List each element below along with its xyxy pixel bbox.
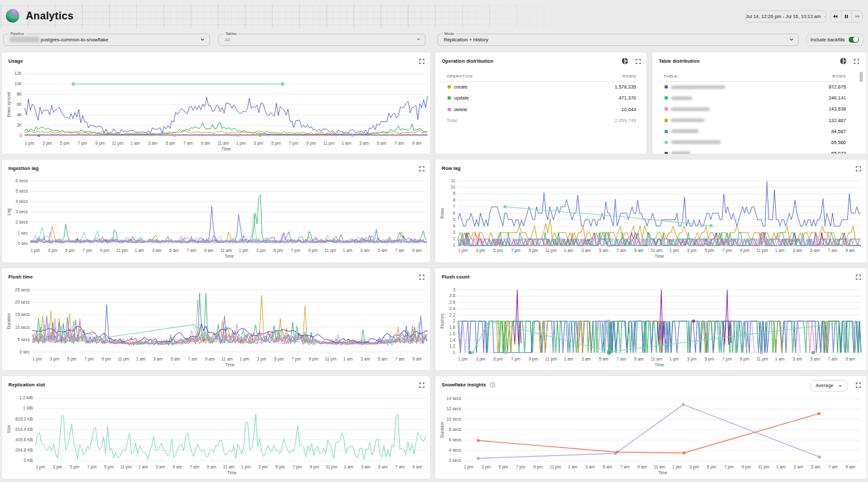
svg-text:3 am: 3 am [792, 248, 802, 253]
svg-text:5 pm: 5 pm [271, 140, 281, 145]
svg-text:1 sec: 1 sec [17, 231, 28, 235]
svg-text:5 secs: 5 secs [17, 337, 30, 341]
svg-text:11 pm: 11 pm [326, 465, 337, 470]
svg-text:3 pm: 3 pm [258, 465, 268, 470]
svg-text:1 am: 1 am [134, 248, 144, 253]
svg-text:11 pm: 11 pm [758, 465, 769, 470]
svg-text:3 am: 3 am [792, 356, 802, 361]
svg-text:9 pm: 9 pm [101, 356, 111, 361]
svg-text:7 pm: 7 pm [84, 356, 94, 361]
svg-text:1 am: 1 am [775, 356, 785, 361]
svg-text:11 pm: 11 pm [324, 248, 336, 253]
svg-text:3 pm: 3 pm [48, 248, 57, 253]
svg-text:5 pm: 5 pm [70, 465, 79, 470]
svg-text:1 am: 1 am [775, 248, 785, 253]
svg-text:Time: Time [222, 147, 231, 151]
svg-text:3: 3 [453, 230, 455, 235]
svg-text:7 pm: 7 pm [724, 465, 734, 470]
svg-text:1 pm: 1 pm [464, 465, 473, 470]
svg-text:7 am: 7 am [620, 465, 630, 469]
svg-text:9 am: 9 am [204, 248, 214, 253]
svg-text:2K: 2K [17, 123, 23, 127]
svg-text:9 pm: 9 pm [741, 465, 751, 470]
svg-text:1 MB: 1 MB [23, 406, 34, 410]
svg-text:0 KB: 0 KB [24, 458, 34, 463]
svg-text:5 pm: 5 pm [705, 356, 714, 361]
svg-text:Rows synced: Rows synced [6, 92, 12, 118]
svg-text:5 am: 5 am [811, 356, 820, 361]
svg-text:3 am: 3 am [148, 140, 158, 145]
svg-text:Time: Time [225, 254, 234, 258]
svg-text:1 pm: 1 pm [236, 140, 245, 145]
svg-text:5 pm: 5 pm [273, 248, 283, 253]
svg-text:1 am: 1 am [343, 248, 353, 253]
svg-text:5 pm: 5 pm [275, 465, 285, 470]
svg-text:7 am: 7 am [617, 356, 626, 361]
svg-text:9 am: 9 am [634, 248, 644, 253]
svg-text:9 am: 9 am [412, 356, 422, 361]
svg-text:2: 2 [453, 319, 455, 323]
svg-text:3 pm: 3 pm [257, 356, 267, 361]
svg-text:5 secs: 5 secs [16, 189, 28, 193]
svg-text:1.4: 1.4 [450, 337, 455, 342]
svg-text:1 am: 1 am [564, 356, 574, 361]
svg-text:7 am: 7 am [395, 465, 405, 469]
svg-text:1 pm: 1 pm [30, 248, 40, 253]
svg-text:9 am: 9 am [412, 140, 422, 145]
svg-text:9 am: 9 am [845, 248, 855, 253]
svg-text:11 pm: 11 pm [550, 465, 561, 470]
svg-text:9 am: 9 am [205, 356, 215, 361]
svg-text:3 pm: 3 pm [481, 465, 491, 470]
svg-text:5 pm: 5 pm [65, 248, 75, 253]
svg-text:11 pm: 11 pm [325, 356, 336, 361]
svg-text:9 pm: 9 pm [528, 248, 538, 253]
svg-text:7 am: 7 am [187, 248, 196, 253]
svg-text:9 pm: 9 pm [309, 356, 318, 361]
svg-text:1 am: 1 am [130, 140, 140, 145]
svg-text:5 am: 5 am [378, 465, 388, 469]
svg-text:3 pm: 3 pm [687, 248, 697, 253]
svg-text:11 am: 11 am [651, 248, 663, 253]
svg-text:1 pm: 1 pm [240, 356, 249, 361]
svg-text:1.2: 1.2 [450, 344, 455, 348]
svg-text:11 pm: 11 pm [545, 248, 557, 253]
svg-text:3 am: 3 am [360, 248, 370, 253]
svg-text:3 am: 3 am [152, 248, 161, 253]
svg-text:1 am: 1 am [342, 140, 351, 145]
svg-text:0 sec: 0 sec [19, 350, 30, 354]
svg-text:Rows: Rows [440, 207, 444, 218]
svg-text:1 am: 1 am [564, 248, 574, 253]
svg-text:9 am: 9 am [412, 248, 422, 253]
svg-text:0 sec: 0 sec [17, 241, 28, 246]
svg-text:1 am: 1 am [568, 465, 577, 469]
svg-text:11 pm: 11 pm [756, 248, 768, 253]
svg-text:2.4: 2.4 [450, 306, 455, 310]
svg-text:3 pm: 3 pm [254, 140, 264, 145]
svg-text:3 am: 3 am [581, 356, 591, 361]
svg-text:2.8: 2.8 [450, 293, 455, 298]
svg-text:5 am: 5 am [377, 140, 387, 145]
svg-text:2.2: 2.2 [450, 312, 455, 317]
svg-text:5 pm: 5 pm [707, 465, 716, 470]
svg-text:20 secs: 20 secs [15, 300, 30, 304]
svg-text:11 am: 11 am [654, 465, 665, 469]
svg-text:8: 8 [453, 198, 455, 202]
svg-text:5 pm: 5 pm [493, 248, 503, 253]
svg-text:10 secs: 10 secs [15, 324, 30, 329]
svg-text:1 pm: 1 pm [36, 465, 45, 470]
svg-text:7 pm: 7 pm [291, 356, 301, 361]
svg-text:7 pm: 7 pm [722, 248, 732, 253]
svg-text:5 pm: 5 pm [67, 356, 77, 361]
svg-text:9 pm: 9 pm [309, 465, 319, 470]
svg-text:9 pm: 9 pm [308, 248, 318, 253]
svg-text:5 pm: 5 pm [60, 140, 70, 145]
svg-text:5 am: 5 am [811, 248, 820, 253]
svg-text:25 secs: 25 secs [15, 287, 30, 291]
svg-text:3: 3 [453, 287, 455, 291]
svg-text:3 pm: 3 pm [256, 248, 266, 253]
svg-text:Time: Time [655, 362, 665, 367]
svg-text:7 am: 7 am [395, 140, 404, 145]
svg-text:Time: Time [655, 254, 665, 258]
svg-text:11 pm: 11 pm [116, 248, 128, 253]
svg-text:3 pm: 3 pm [690, 465, 699, 470]
